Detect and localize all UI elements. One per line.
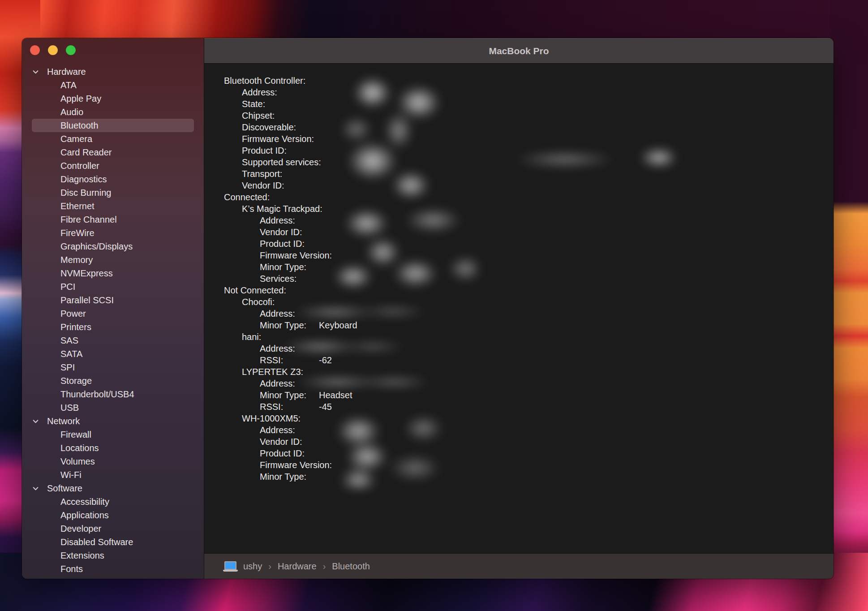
report-row: LYPERTEK Z3: xyxy=(224,366,834,378)
report-label: Firmware Version: xyxy=(224,459,332,471)
sidebar-item-developer[interactable]: Developer xyxy=(22,522,204,535)
sidebar-item-card-reader[interactable]: Card Reader xyxy=(22,146,204,159)
sidebar-item-disabled-software[interactable]: Disabled Software xyxy=(22,535,204,549)
report-row: RSSI:-62 xyxy=(224,354,834,366)
report-row: Product ID: xyxy=(224,447,834,459)
sidebar-section-label: Network xyxy=(47,416,80,426)
bluetooth-report: Bluetooth Controller:Address:State:Chips… xyxy=(204,64,834,553)
sidebar-item-diagnostics[interactable]: Diagnostics xyxy=(22,172,204,186)
window-titlebar[interactable]: MacBook Pro xyxy=(204,38,834,64)
minimize-button[interactable] xyxy=(48,45,58,55)
sidebar-item-audio[interactable]: Audio xyxy=(22,105,204,119)
report-label: Transport: xyxy=(224,168,282,180)
sidebar-item-accessibility[interactable]: Accessibility xyxy=(22,495,204,508)
report-label: Product ID: xyxy=(224,145,287,156)
sidebar-item-wi-fi[interactable]: Wi-Fi xyxy=(22,468,204,482)
report-value: -45 xyxy=(319,401,332,413)
report-row: Minor Type:Keyboard xyxy=(224,319,834,331)
report-label: K’s Magic Trackpad: xyxy=(224,203,322,215)
report-row: State: xyxy=(224,98,834,110)
sidebar-section-label: Software xyxy=(47,483,82,493)
report-row: Not Connected: xyxy=(224,284,834,296)
report-row: Discoverable: xyxy=(224,121,834,133)
report-label: LYPERTEK Z3: xyxy=(224,366,303,378)
report-label: Discoverable: xyxy=(224,121,296,133)
breadcrumb-separator: › xyxy=(322,561,327,572)
report-row: Minor Type:Headset xyxy=(224,389,834,401)
report-label: Address: xyxy=(224,308,295,319)
report-row: Services: xyxy=(224,273,834,284)
report-row: Transport: xyxy=(224,168,834,180)
report-row: Product ID: xyxy=(224,238,834,250)
breadcrumb-computer[interactable]: ushy xyxy=(243,561,262,572)
report-label: Bluetooth Controller: xyxy=(224,76,305,86)
report-label: Supported services: xyxy=(224,156,321,168)
close-button[interactable] xyxy=(30,45,40,55)
sidebar-item-bluetooth[interactable]: Bluetooth xyxy=(32,119,194,132)
report-row: Firmware Version: xyxy=(224,133,834,145)
sidebar-item-firewire[interactable]: FireWire xyxy=(22,226,204,240)
sidebar-item-controller[interactable]: Controller xyxy=(22,159,204,172)
sidebar-item-sata[interactable]: SATA xyxy=(22,347,204,361)
sidebar-section-hardware[interactable]: Hardware xyxy=(22,65,204,78)
window-title: MacBook Pro xyxy=(489,46,549,56)
chevron-down-icon[interactable] xyxy=(32,69,39,75)
report-label: Not Connected: xyxy=(224,285,286,295)
report-label: WH-1000XM5: xyxy=(224,413,301,424)
report-row: Chocofi: xyxy=(224,296,834,308)
report-label: Product ID: xyxy=(224,238,305,250)
sidebar-item-storage[interactable]: Storage xyxy=(22,374,204,387)
zoom-button[interactable] xyxy=(66,45,76,55)
sidebar-item-usb[interactable]: USB xyxy=(22,401,204,414)
sidebar-item-parallel-scsi[interactable]: Parallel SCSI xyxy=(22,293,204,307)
sidebar-item-volumes[interactable]: Volumes xyxy=(22,455,204,468)
chevron-down-icon[interactable] xyxy=(32,485,39,492)
sidebar-item-fonts[interactable]: Fonts xyxy=(22,562,204,576)
chevron-down-icon[interactable] xyxy=(32,418,39,425)
report-label: Vendor ID: xyxy=(224,226,302,238)
sidebar-item-memory[interactable]: Memory xyxy=(22,253,204,267)
report-label: Chipset: xyxy=(224,110,275,121)
sidebar-item-extensions[interactable]: Extensions xyxy=(22,549,204,562)
sidebar-item-power[interactable]: Power xyxy=(22,307,204,320)
report-row: Address: xyxy=(224,308,834,319)
sidebar-item-fibre-channel[interactable]: Fibre Channel xyxy=(22,213,204,226)
sidebar-section-network[interactable]: Network xyxy=(22,414,204,428)
sidebar-item-locations[interactable]: Locations xyxy=(22,441,204,455)
sidebar-item-thunderbolt-usb4[interactable]: Thunderbolt/USB4 xyxy=(22,387,204,401)
sidebar-item-frameworks[interactable]: Frameworks xyxy=(22,576,204,579)
report-label: Vendor ID: xyxy=(224,180,284,191)
report-label: Address: xyxy=(224,86,277,98)
sidebar-item-disc-burning[interactable]: Disc Burning xyxy=(22,186,204,199)
report-row: Chipset: xyxy=(224,110,834,121)
sidebar-item-spi[interactable]: SPI xyxy=(22,361,204,374)
report-label: Minor Type: xyxy=(224,389,306,401)
report-row: RSSI:-45 xyxy=(224,401,834,413)
report-row: Address: xyxy=(224,378,834,389)
report-row: Supported services: xyxy=(224,156,834,168)
sidebar-item-graphics-displays[interactable]: Graphics/Displays xyxy=(22,240,204,253)
report-label: State: xyxy=(224,98,265,110)
sidebar-section-software[interactable]: Software xyxy=(22,482,204,495)
sidebar-item-firewall[interactable]: Firewall xyxy=(22,428,204,441)
sidebar-item-ethernet[interactable]: Ethernet xyxy=(22,199,204,213)
sidebar-item-pci[interactable]: PCI xyxy=(22,280,204,293)
breadcrumb-hardware[interactable]: Hardware xyxy=(278,561,317,572)
sidebar-item-applications[interactable]: Applications xyxy=(22,508,204,522)
sidebar-item-ata[interactable]: ATA xyxy=(22,78,204,92)
report-row: Minor Type: xyxy=(224,261,834,273)
breadcrumb-bluetooth[interactable]: Bluetooth xyxy=(332,561,370,572)
report-row: Minor Type: xyxy=(224,471,834,482)
sidebar-item-nvmexpress[interactable]: NVMExpress xyxy=(22,267,204,280)
sidebar-item-printers[interactable]: Printers xyxy=(22,320,204,334)
sidebar-item-apple-pay[interactable]: Apple Pay xyxy=(22,92,204,105)
report-row: Connected: xyxy=(224,191,834,203)
report-label: RSSI: xyxy=(224,401,283,413)
report-label: Firmware Version: xyxy=(224,250,332,261)
report-label: Minor Type: xyxy=(224,261,306,273)
sidebar-item-sas[interactable]: SAS xyxy=(22,334,204,347)
report-row: Address: xyxy=(224,86,834,98)
sidebar-item-camera[interactable]: Camera xyxy=(22,132,204,146)
report-value: -62 xyxy=(319,354,332,366)
report-label: Minor Type: xyxy=(224,319,306,331)
